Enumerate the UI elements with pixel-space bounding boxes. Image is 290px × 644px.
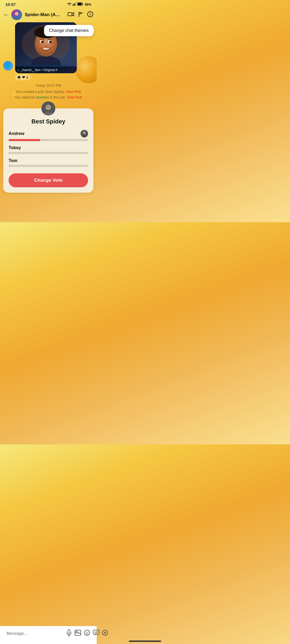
- poll-option-tobey[interactable]: Tobey: [9, 145, 88, 154]
- poll-bar-fill-tom: [9, 165, 9, 167]
- svg-text:🌐: 🌐: [6, 63, 11, 68]
- svg-point-43: [41, 41, 44, 43]
- battery-percent: 86%: [85, 3, 91, 6]
- system-message-2: You voted for Andrew in the poll. View P…: [3, 95, 93, 99]
- heart-emoji: ❤: [22, 75, 25, 79]
- poll-title: Best Spidey: [9, 118, 88, 125]
- spider-emoji: 🕷: [17, 75, 21, 79]
- system-text-after: in the poll.: [50, 95, 66, 99]
- poll-option-avatar-andrew: [81, 130, 88, 137]
- flag-icon[interactable]: [78, 11, 83, 19]
- back-button[interactable]: ←: [3, 10, 11, 19]
- poll-option-label-tom: Tom: [9, 158, 17, 163]
- poll-card: Best Spidey Andrew: [3, 108, 93, 193]
- avatar: [11, 9, 22, 20]
- status-time: 10:57: [5, 2, 16, 7]
- chat-title[interactable]: Spider-Man (A...: [25, 12, 68, 17]
- sender-avatar: 🌐: [3, 61, 13, 71]
- poll-bar-fill-tobey: [9, 152, 9, 154]
- svg-rect-21: [73, 4, 74, 6]
- svg-point-44: [49, 41, 52, 43]
- header-actions: [68, 11, 93, 19]
- poll-option-andrew[interactable]: Andrew: [9, 130, 88, 141]
- svg-rect-20: [73, 5, 73, 6]
- system-message-1: You created a poll: Best Spidey. View Po…: [3, 90, 93, 94]
- system-text-1: You created a poll: Best Spidey.: [16, 90, 65, 94]
- poll-bar-andrew: [9, 139, 88, 141]
- poll-option-label-tobey: Tobey: [9, 145, 21, 150]
- wifi-icon: [67, 2, 71, 6]
- poll-bar-tobey: [9, 152, 88, 154]
- reaction-bar[interactable]: 🕷 ❤ 2: [15, 74, 30, 80]
- tooltip: Change chat themes: [44, 25, 93, 36]
- tooltip-text: Change chat themes: [49, 28, 89, 33]
- video-call-icon[interactable]: [68, 12, 74, 18]
- status-bar: 10:57 86%: [0, 0, 97, 8]
- svg-rect-29: [68, 13, 72, 16]
- system-text-2: You voted for: [15, 95, 35, 99]
- timestamp: Today 10:57 PM: [3, 83, 93, 87]
- video-desc: • Original A: [42, 68, 58, 72]
- chat-content: 🌐: [0, 22, 97, 195]
- music-note-icon: ♪: [17, 68, 19, 72]
- svg-point-28: [15, 12, 19, 16]
- svg-rect-26: [78, 3, 82, 5]
- info-icon[interactable]: [87, 11, 93, 19]
- video-caption: ♪ _marvel__fam • Original A: [15, 67, 77, 73]
- header: ← Spider-Man (A...: [0, 8, 97, 22]
- poll-option-label-andrew: Andrew: [9, 131, 24, 136]
- status-icons: 86%: [67, 2, 91, 6]
- reaction-count: 2: [26, 75, 28, 79]
- poll-bar-tom: [9, 165, 88, 167]
- video-username: _marvel__fam: [20, 68, 41, 72]
- change-vote-button[interactable]: Change Vote: [9, 173, 88, 187]
- svg-rect-22: [74, 3, 75, 6]
- voted-name: Andrew: [36, 95, 49, 99]
- svg-rect-23: [75, 2, 76, 6]
- view-poll-link-2[interactable]: View Poll: [67, 95, 82, 99]
- poll-section: Best Spidey Andrew: [3, 101, 93, 195]
- view-poll-link-1[interactable]: View Poll: [66, 90, 81, 94]
- poll-bar-fill-andrew: [9, 139, 40, 141]
- svg-rect-25: [82, 3, 83, 5]
- poll-sender-avatar: [41, 101, 55, 115]
- poll-option-tom[interactable]: Tom: [9, 158, 88, 167]
- battery-icon: [77, 2, 83, 6]
- svg-point-19: [69, 5, 70, 6]
- signal-icon: [73, 2, 76, 6]
